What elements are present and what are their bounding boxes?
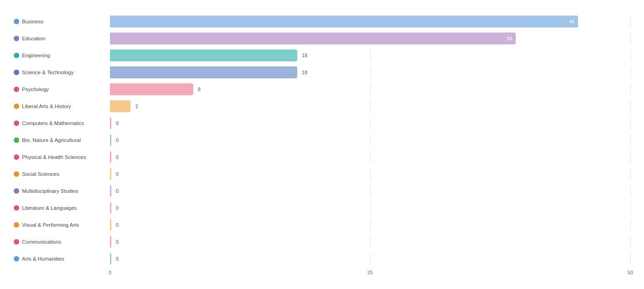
grid-line: [630, 202, 631, 214]
bar-label-text: Business: [22, 19, 44, 24]
x-axis: 02550: [14, 270, 630, 279]
bar-dot: [14, 222, 19, 228]
bar-track: 0: [110, 185, 630, 197]
bar-fill: [110, 117, 111, 129]
grid-line: [370, 151, 371, 163]
bar-label-text: Education: [22, 36, 45, 41]
bar-fill: [110, 66, 297, 78]
bar-label-text: Communications: [22, 239, 61, 245]
bar-label-text: Visual & Performing Arts: [22, 222, 79, 228]
bar-fill: 39: [110, 33, 516, 44]
bar-value-outside: 2: [135, 104, 138, 109]
bar-label: Physical & Health Sciences: [14, 154, 110, 160]
bar-dot: [14, 120, 19, 126]
grid-line: [370, 66, 371, 78]
bar-label: Business: [14, 19, 110, 24]
bar-label-text: Arts & Humanities: [22, 256, 64, 262]
bar-fill: [110, 100, 131, 112]
bar-label: Literature & Languages: [14, 205, 110, 211]
bar-value-inside: 39: [507, 36, 512, 41]
bar-label: Liberal Arts & History: [14, 104, 110, 109]
bar-label-text: Engineering: [22, 53, 50, 58]
bar-label: Social Sciences: [14, 171, 110, 177]
grid-line: [630, 236, 631, 248]
bar-label-text: Bio, Nature & Agricultural: [22, 137, 81, 143]
bar-row: Communications0: [14, 234, 630, 250]
bar-fill: [110, 219, 111, 231]
grid-line: [630, 49, 631, 61]
bar-row: Education39: [14, 31, 630, 46]
bar-label-text: Science & Technology: [22, 70, 74, 75]
grid-line: [370, 168, 371, 180]
bar-dot: [14, 53, 19, 58]
bar-value-outside: 0: [116, 239, 119, 245]
bar-track: 0: [110, 219, 630, 231]
bar-value-outside: 0: [116, 120, 119, 126]
bar-label-text: Liberal Arts & History: [22, 104, 71, 109]
bar-label: Education: [14, 36, 110, 41]
bar-fill: [110, 202, 111, 214]
grid-line: [370, 49, 371, 61]
bar-track: 18: [110, 66, 630, 78]
bar-value-outside: 0: [116, 205, 119, 211]
bar-label: Visual & Performing Arts: [14, 222, 110, 228]
bar-row: Science & Technology18: [14, 65, 630, 80]
bar-label-text: Physical & Health Sciences: [22, 154, 86, 160]
bar-track: 0: [110, 236, 630, 248]
x-tick-label: 25: [367, 270, 373, 275]
bar-value-outside: 8: [198, 87, 201, 92]
bar-label: Psychology: [14, 87, 110, 92]
bar-dot: [14, 70, 19, 75]
bar-row: Arts & Humanities0: [14, 251, 630, 267]
bar-row: Visual & Performing Arts0: [14, 217, 630, 233]
bar-value-outside: 18: [302, 53, 307, 58]
bar-track: 0: [110, 117, 630, 129]
bar-label-text: Computers & Mathematics: [22, 120, 84, 126]
bar-label-text: Multidisciplinary Studies: [22, 188, 78, 194]
grid-line: [370, 236, 371, 248]
bar-row: Multidisciplinary Studies0: [14, 183, 630, 199]
bar-row: Social Sciences0: [14, 166, 630, 182]
bar-label-text: Psychology: [22, 87, 49, 92]
bar-value-outside: 0: [116, 171, 119, 177]
bar-dot: [14, 137, 19, 143]
grid-line: [370, 83, 371, 95]
grid-line: [630, 151, 631, 163]
bar-dot: [14, 87, 19, 92]
bar-track: 45: [110, 16, 630, 27]
grid-line: [370, 202, 371, 214]
bar-dot: [14, 104, 19, 109]
grid-line: [630, 66, 631, 78]
grid-line: [630, 219, 631, 231]
x-axis-line: 02550: [110, 270, 630, 279]
grid-line: [370, 253, 371, 265]
bar-fill: [110, 168, 111, 180]
bar-fill: [110, 253, 111, 265]
bar-track: 8: [110, 83, 630, 95]
grid-line: [630, 253, 631, 265]
bar-label-text: Literature & Languages: [22, 205, 77, 211]
bar-label: Science & Technology: [14, 70, 110, 75]
grid-line: [630, 168, 631, 180]
bar-row: Computers & Mathematics0: [14, 115, 630, 131]
bar-track: 0: [110, 202, 630, 214]
bar-label: Communications: [14, 239, 110, 245]
chart-container: Business45Education39Engineering18Scienc…: [0, 0, 644, 289]
bar-track: 2: [110, 100, 630, 112]
bar-dot: [14, 154, 19, 160]
bar-value-inside: 45: [569, 19, 574, 24]
bar-row: Liberal Arts & History2: [14, 98, 630, 114]
grid-line: [630, 100, 631, 112]
bar-value-outside: 18: [302, 70, 307, 75]
bar-track: 0: [110, 168, 630, 180]
bar-value-outside: 0: [116, 137, 119, 143]
bar-label: Computers & Mathematics: [14, 120, 110, 126]
bar-value-outside: 0: [116, 256, 119, 262]
grid-line: [630, 33, 631, 44]
bar-dot: [14, 19, 19, 24]
grid-line: [370, 100, 371, 112]
bar-fill: [110, 134, 111, 146]
bar-dot: [14, 256, 19, 262]
bar-label: Arts & Humanities: [14, 256, 110, 262]
bar-row: Bio, Nature & Agricultural0: [14, 132, 630, 148]
